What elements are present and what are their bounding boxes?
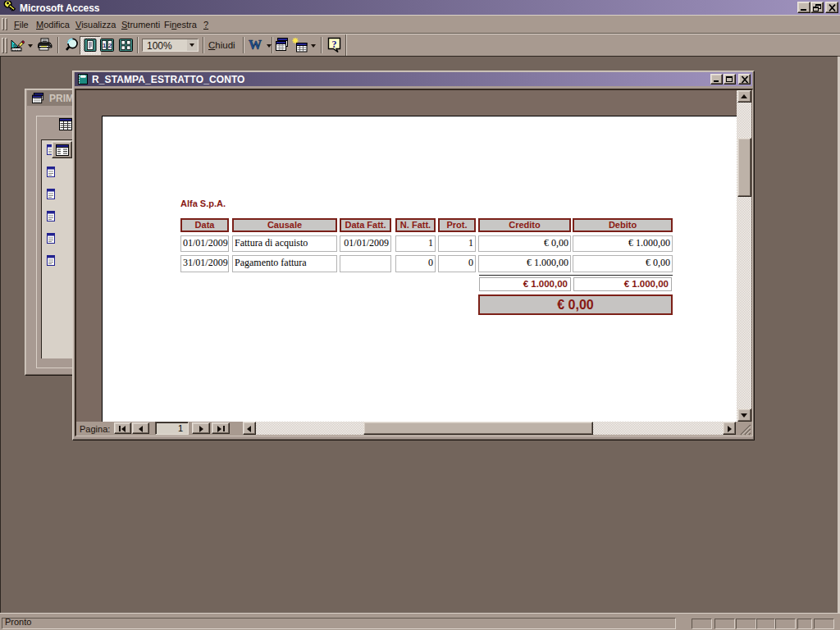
svg-text:?: ? — [332, 39, 337, 50]
svg-text:2: 2 — [108, 42, 112, 49]
svg-text:1: 1 — [103, 42, 107, 49]
svg-text:W: W — [249, 38, 262, 52]
